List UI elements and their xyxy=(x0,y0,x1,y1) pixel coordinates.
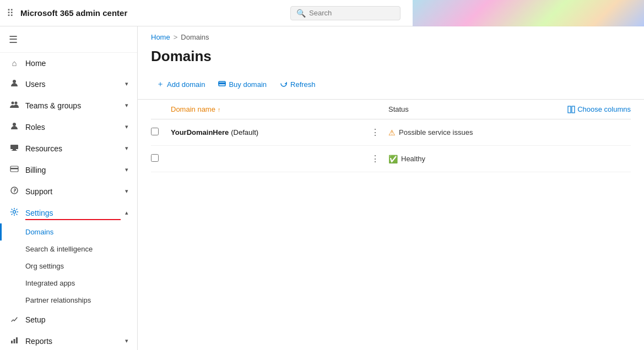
domain-col-label: Domain name xyxy=(171,105,215,113)
sort-asc-icon[interactable]: ↑ xyxy=(218,106,221,113)
table-header: Domain name ↑ Status Choose columns xyxy=(151,100,631,119)
sidebar-item-settings[interactable]: Settings ▴ xyxy=(0,202,137,223)
sidebar-item-resources[interactable]: Resources ▾ xyxy=(0,138,137,159)
sidebar-item-label: Setup xyxy=(25,315,128,324)
sidebar-item-teams[interactable]: Teams & groups ▾ xyxy=(0,95,137,116)
svg-rect-6 xyxy=(12,150,17,151)
buy-domain-button[interactable]: Buy domain xyxy=(213,76,272,92)
waffle-icon[interactable]: ⠿ xyxy=(7,7,14,19)
search-box[interactable]: 🔍 xyxy=(290,6,401,20)
roles-icon xyxy=(9,122,20,132)
sidebar-item-setup[interactable]: Setup xyxy=(0,309,137,330)
row-more-options[interactable]: ⋮ xyxy=(371,127,384,138)
sidebar-item-reports[interactable]: Reports ▾ xyxy=(0,330,137,350)
app-title: Microsoft 365 admin center xyxy=(20,8,127,18)
table-row: YourDomainHere (Default) ⋮ ⚠ Possible se… xyxy=(151,119,631,146)
setup-icon xyxy=(9,314,20,325)
sidebar-item-label: Roles xyxy=(25,123,120,132)
chevron-up-icon: ▴ xyxy=(125,209,128,216)
sidebar-subitem-partner[interactable]: Partner relationships xyxy=(0,292,137,309)
row-checkbox-col xyxy=(151,154,171,163)
sidebar-item-label: Support xyxy=(25,187,120,196)
sidebar-item-label: Home xyxy=(25,59,128,68)
breadcrumb-separator: > xyxy=(174,33,178,41)
sidebar-subitem-label: Search & intelligence xyxy=(25,245,93,253)
svg-rect-13 xyxy=(16,337,18,343)
users-icon xyxy=(9,79,20,89)
svg-rect-17 xyxy=(572,106,575,113)
hamburger-icon[interactable]: ☰ xyxy=(9,34,18,46)
sidebar-subitem-org[interactable]: Org settings xyxy=(0,258,137,275)
header-status-col: Status xyxy=(388,105,543,113)
buy-domain-label: Buy domain xyxy=(229,80,267,89)
page-title: Domains xyxy=(138,41,644,76)
sidebar-subitem-domains[interactable]: Domains xyxy=(0,223,137,240)
svg-rect-11 xyxy=(11,341,13,343)
row-status-cell: ✅ Healthy xyxy=(388,155,543,163)
header-actions-col: Choose columns xyxy=(543,105,631,113)
choose-columns-label: Choose columns xyxy=(577,105,631,113)
add-domain-label: Add domain xyxy=(167,80,205,89)
breadcrumb-home[interactable]: Home xyxy=(151,33,170,41)
row-checkbox[interactable] xyxy=(151,154,159,162)
sidebar-item-label: Billing xyxy=(25,166,120,174)
add-icon: ＋ xyxy=(156,79,164,89)
chevron-down-icon: ▾ xyxy=(125,166,128,173)
svg-rect-8 xyxy=(10,168,18,169)
status-text: Healthy xyxy=(401,155,425,163)
sidebar-item-home[interactable]: ⌂ Home xyxy=(0,53,137,73)
sidebar-item-label: Resources xyxy=(25,144,120,153)
domain-default-label: (Default) xyxy=(231,128,258,136)
svg-rect-4 xyxy=(10,145,18,149)
choose-columns-button[interactable]: Choose columns xyxy=(567,105,631,113)
domain-name: YourDomainHere xyxy=(171,128,229,136)
table-row: ⋮ ✅ Healthy xyxy=(151,146,631,172)
layout: ☰ ⌂ Home Users ▾ Teams & groups ▾ xyxy=(0,26,644,350)
sidebar-subitem-label: Org settings xyxy=(25,262,64,270)
breadcrumb-current: Domains xyxy=(181,33,209,41)
teams-icon xyxy=(9,100,20,111)
sidebar-subitem-label: Domains xyxy=(25,228,53,236)
row-domain-cell: YourDomainHere (Default) xyxy=(171,128,371,136)
refresh-label: Refresh xyxy=(290,80,316,89)
sidebar-subitem-search[interactable]: Search & intelligence xyxy=(0,240,137,258)
row-status-cell: ⚠ Possible service issues xyxy=(388,128,543,137)
svg-rect-16 xyxy=(568,106,571,113)
sidebar-item-label: Users xyxy=(25,80,120,89)
chevron-down-icon: ▾ xyxy=(125,80,128,88)
topbar-banner xyxy=(413,0,644,26)
add-domain-button[interactable]: ＋ Add domain xyxy=(151,76,210,92)
main-content: Home > Domains Domains ＋ Add domain Buy … xyxy=(138,26,644,350)
sidebar-item-billing[interactable]: Billing ▾ xyxy=(0,159,137,181)
toolbar: ＋ Add domain Buy domain Refresh xyxy=(138,76,644,100)
reports-icon xyxy=(9,336,20,346)
refresh-button[interactable]: Refresh xyxy=(274,76,321,92)
topbar: ⠿ Microsoft 365 admin center 🔍 xyxy=(0,0,644,26)
healthy-icon: ✅ xyxy=(388,155,398,163)
chevron-down-icon: ▾ xyxy=(125,188,128,195)
row-more-options[interactable]: ⋮ xyxy=(371,154,384,164)
sidebar-item-roles[interactable]: Roles ▾ xyxy=(0,116,137,138)
settings-icon xyxy=(9,207,20,218)
sidebar: ☰ ⌂ Home Users ▾ Teams & groups ▾ xyxy=(0,26,138,350)
refresh-icon xyxy=(280,80,288,89)
search-icon: 🔍 xyxy=(296,9,306,18)
sidebar-top: ☰ xyxy=(0,26,137,53)
warning-icon: ⚠ xyxy=(388,128,396,137)
row-checkbox[interactable] xyxy=(151,128,159,135)
chevron-down-icon: ▾ xyxy=(125,145,128,152)
sidebar-subitem-label: Partner relationships xyxy=(25,296,91,304)
sidebar-item-support[interactable]: Support ▾ xyxy=(0,181,137,202)
sidebar-item-label: Settings xyxy=(25,209,120,217)
settings-underline-decoration xyxy=(25,219,121,220)
sidebar-item-label: Reports xyxy=(25,337,120,346)
sidebar-subitem-integrated[interactable]: Integrated apps xyxy=(0,275,137,292)
status-text: Possible service issues xyxy=(399,128,473,136)
chevron-down-icon: ▾ xyxy=(125,123,128,130)
chevron-down-icon: ▾ xyxy=(125,337,128,344)
search-input[interactable] xyxy=(309,9,394,17)
support-icon xyxy=(9,186,20,196)
sidebar-item-users[interactable]: Users ▾ xyxy=(0,73,137,95)
resources-icon xyxy=(9,143,20,154)
header-domain-col[interactable]: Domain name ↑ xyxy=(171,105,388,113)
